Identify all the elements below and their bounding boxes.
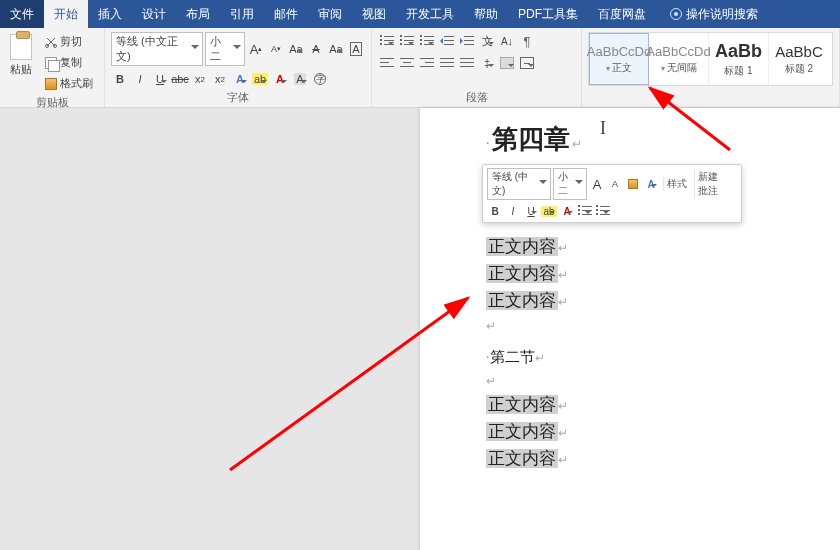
empty-line-1[interactable]: ↵ — [486, 316, 820, 334]
mini-format-painter[interactable] — [625, 176, 641, 192]
tab-developer[interactable]: 开发工具 — [396, 0, 464, 28]
change-case-button[interactable]: Aa — [287, 40, 305, 58]
document-page[interactable]: I · 第四章 ↵ 正文内容↵ 正文内容↵ 正文内容↵ ↵ ·第二节↵ ↵ 正文… — [420, 108, 840, 550]
tell-me-search[interactable]: 操作说明搜索 — [662, 0, 766, 28]
tab-help[interactable]: 帮助 — [464, 0, 508, 28]
body-line-5[interactable]: 正文内容↵ — [486, 420, 820, 443]
mini-numbering[interactable] — [595, 203, 611, 219]
empty-line-2[interactable]: ↵ — [486, 371, 820, 389]
mini-bullets[interactable] — [577, 203, 593, 219]
menu-tabs: 文件 开始 插入 设计 布局 引用 邮件 审阅 视图 开发工具 帮助 PDF工具… — [0, 0, 840, 28]
body-line-3[interactable]: 正文内容↵ — [486, 289, 820, 312]
sort-button[interactable]: A↓ — [498, 32, 516, 50]
char-shading-button[interactable]: A — [291, 70, 309, 88]
align-left-icon — [380, 57, 394, 69]
copy-label: 复制 — [60, 55, 82, 70]
mini-underline[interactable]: U — [523, 203, 539, 219]
group-paragraph-label: 段落 — [378, 88, 575, 105]
bold-button[interactable]: B — [111, 70, 129, 88]
tab-view[interactable]: 视图 — [352, 0, 396, 28]
copy-icon — [45, 57, 57, 69]
tab-design[interactable]: 设计 — [132, 0, 176, 28]
asian-layout-button[interactable]: 文 — [478, 32, 496, 50]
strikethrough-button[interactable]: abc — [171, 70, 189, 88]
align-distributed-button[interactable] — [458, 54, 476, 72]
mini-styles-button[interactable]: 样式 — [663, 177, 690, 191]
decrease-indent-button[interactable] — [438, 32, 456, 50]
mini-new-comment-button[interactable]: 新建 批注 — [694, 170, 721, 198]
align-justify-button[interactable] — [438, 54, 456, 72]
mini-bold[interactable]: B — [487, 203, 503, 219]
mini-decrease-font[interactable]: A — [607, 176, 623, 192]
style-normal-preview: AaBbCcDd — [587, 44, 651, 59]
multilevel-list-button[interactable] — [418, 32, 436, 50]
brush-icon — [45, 78, 57, 90]
line-spacing-button[interactable]: ‡ — [478, 54, 496, 72]
clear-format-button[interactable]: A — [307, 40, 325, 58]
mini-increase-font[interactable]: A — [589, 176, 605, 192]
body-line-2[interactable]: 正文内容↵ — [486, 262, 820, 285]
mini-highlight-icon: ab — [541, 206, 556, 217]
underline-button[interactable]: U — [151, 70, 169, 88]
heading-line[interactable]: · 第四章 ↵ — [486, 122, 820, 157]
increase-font-button[interactable]: A▴ — [247, 40, 265, 58]
borders-icon — [520, 57, 534, 69]
paste-icon — [10, 34, 32, 60]
paste-label: 粘贴 — [10, 62, 32, 77]
tab-home[interactable]: 开始 — [44, 0, 88, 28]
mini-highlight[interactable]: ab — [541, 203, 557, 219]
group-styles: AaBbCcDd ▾正文 AaBbCcDd ▾无间隔 AaBb 标题 1 AaB… — [582, 28, 840, 107]
heading-text: 第四章 — [492, 122, 570, 157]
tab-insert[interactable]: 插入 — [88, 0, 132, 28]
mini-styles-quick[interactable]: A — [643, 176, 659, 192]
format-painter-button[interactable]: 格式刷 — [40, 74, 98, 93]
tab-pdf-tools[interactable]: PDF工具集 — [508, 0, 588, 28]
phonetic-guide-button[interactable]: Aa — [327, 40, 345, 58]
align-center-button[interactable] — [398, 54, 416, 72]
body-line-6[interactable]: 正文内容↵ — [486, 447, 820, 470]
increase-indent-button[interactable] — [458, 32, 476, 50]
numbering-button[interactable] — [398, 32, 416, 50]
borders-button[interactable] — [518, 54, 536, 72]
highlight-button[interactable]: ab — [251, 70, 269, 88]
font-size-select[interactable]: 小二 — [205, 32, 245, 66]
workspace: I · 第四章 ↵ 正文内容↵ 正文内容↵ 正文内容↵ ↵ ·第二节↵ ↵ 正文… — [0, 108, 840, 550]
styles-gallery: AaBbCcDd ▾正文 AaBbCcDd ▾无间隔 AaBb 标题 1 AaB… — [588, 32, 833, 86]
show-marks-button[interactable]: ¶ — [518, 32, 536, 50]
mini-font-color[interactable]: A — [559, 203, 575, 219]
multilevel-icon — [420, 35, 434, 47]
tab-mailings[interactable]: 邮件 — [264, 0, 308, 28]
mini-italic[interactable]: I — [505, 203, 521, 219]
font-name-select[interactable]: 等线 (中文正文) — [111, 32, 203, 66]
paste-button[interactable]: 粘贴 — [6, 32, 36, 79]
style-heading1[interactable]: AaBb 标题 1 — [709, 33, 769, 85]
subheading-line[interactable]: ·第二节↵ — [486, 348, 820, 367]
style-normal[interactable]: AaBbCcDd ▾正文 — [589, 33, 649, 85]
mini-toolbar: 等线 (中文) 小二 A A A 样式 新建 批注 B I U ab A — [482, 164, 742, 223]
style-no-spacing[interactable]: AaBbCcDd ▾无间隔 — [649, 33, 709, 85]
style-heading2[interactable]: AaBbC 标题 2 — [769, 33, 829, 85]
subscript-button[interactable]: x2 — [191, 70, 209, 88]
align-left-button[interactable] — [378, 54, 396, 72]
enclose-char-button[interactable]: 字 — [311, 70, 329, 88]
cut-button[interactable]: 剪切 — [40, 32, 98, 51]
char-border-button[interactable]: A — [347, 40, 365, 58]
body-line-4[interactable]: 正文内容↵ — [486, 393, 820, 416]
mini-font-size-select[interactable]: 小二 — [553, 168, 587, 200]
tab-layout[interactable]: 布局 — [176, 0, 220, 28]
tab-baidu-netdisk[interactable]: 百度网盘 — [588, 0, 656, 28]
tab-file[interactable]: 文件 — [0, 0, 44, 28]
superscript-button[interactable]: x2 — [211, 70, 229, 88]
bullets-button[interactable] — [378, 32, 396, 50]
text-effects-button[interactable]: A — [231, 70, 249, 88]
copy-button[interactable]: 复制 — [40, 53, 98, 72]
font-color-button[interactable]: A — [271, 70, 289, 88]
decrease-font-button[interactable]: A▾ — [267, 40, 285, 58]
tab-references[interactable]: 引用 — [220, 0, 264, 28]
tab-review[interactable]: 审阅 — [308, 0, 352, 28]
italic-button[interactable]: I — [131, 70, 149, 88]
body-line-1[interactable]: 正文内容↵ — [486, 235, 820, 258]
shading-button[interactable] — [498, 54, 516, 72]
align-right-button[interactable] — [418, 54, 436, 72]
mini-font-name-select[interactable]: 等线 (中文) — [487, 168, 551, 200]
